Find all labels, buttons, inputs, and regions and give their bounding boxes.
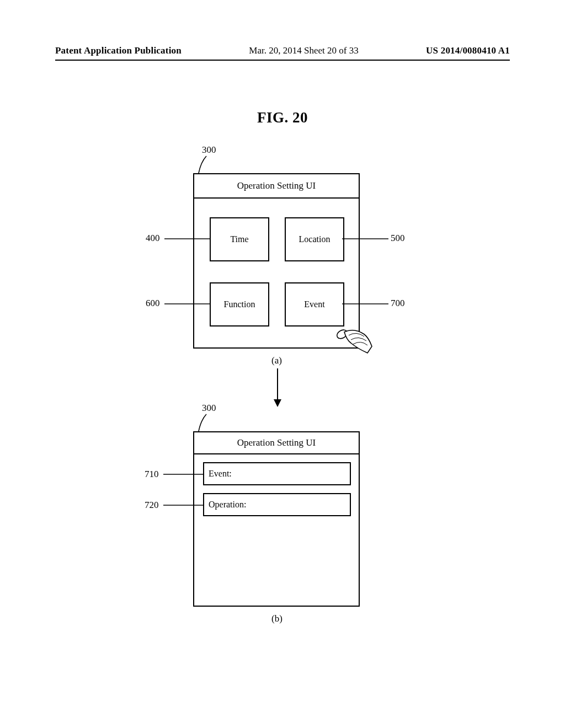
header-center: Mar. 20, 2014 Sheet 20 of 33 [249, 45, 358, 56]
panel-b-sublabel: (b) [271, 613, 282, 624]
header-rule [55, 60, 510, 61]
callout-a-600-num: 600 [146, 298, 160, 309]
operation-field[interactable]: Operation: [203, 493, 351, 516]
tile-location-label: Location [299, 234, 331, 244]
panel-b-title: Operation Setting UI [194, 432, 359, 454]
header-right: US 2014/0080410 A1 [426, 45, 510, 56]
event-field-label: Event: [209, 469, 232, 479]
transition-arrow-icon [273, 368, 282, 407]
callout-b-300-num: 300 [202, 403, 216, 414]
tile-function-label: Function [224, 299, 255, 309]
tile-function[interactable]: Function [210, 282, 269, 326]
svg-marker-2 [274, 399, 281, 407]
panel-a-title: Operation Setting UI [194, 174, 359, 199]
event-field[interactable]: Event: [203, 462, 351, 485]
figure-title: FIG. 20 [0, 109, 565, 126]
callout-a-400-num: 400 [146, 233, 160, 244]
panel-b-frame: Operation Setting UI Event: Operation: [193, 431, 360, 607]
tile-event[interactable]: Event [285, 282, 344, 326]
tile-time-label: Time [230, 234, 248, 244]
panel-a-sublabel: (a) [271, 355, 282, 366]
finger-touch-icon [334, 324, 373, 363]
callout-b-720-num: 720 [145, 500, 159, 511]
operation-field-label: Operation: [209, 500, 246, 510]
callout-a-500-num: 500 [391, 233, 405, 244]
callout-a-700-num: 700 [391, 298, 405, 309]
page-header: Patent Application Publication Mar. 20, … [0, 45, 565, 60]
panel-a-frame: Operation Setting UI Time Location Funct… [193, 173, 360, 349]
tile-event-label: Event [304, 299, 324, 309]
callout-a-300-num: 300 [202, 144, 216, 156]
callout-b-710-num: 710 [145, 469, 159, 480]
tile-time[interactable]: Time [210, 217, 269, 261]
header-left: Patent Application Publication [55, 45, 182, 56]
tile-location[interactable]: Location [285, 217, 344, 261]
